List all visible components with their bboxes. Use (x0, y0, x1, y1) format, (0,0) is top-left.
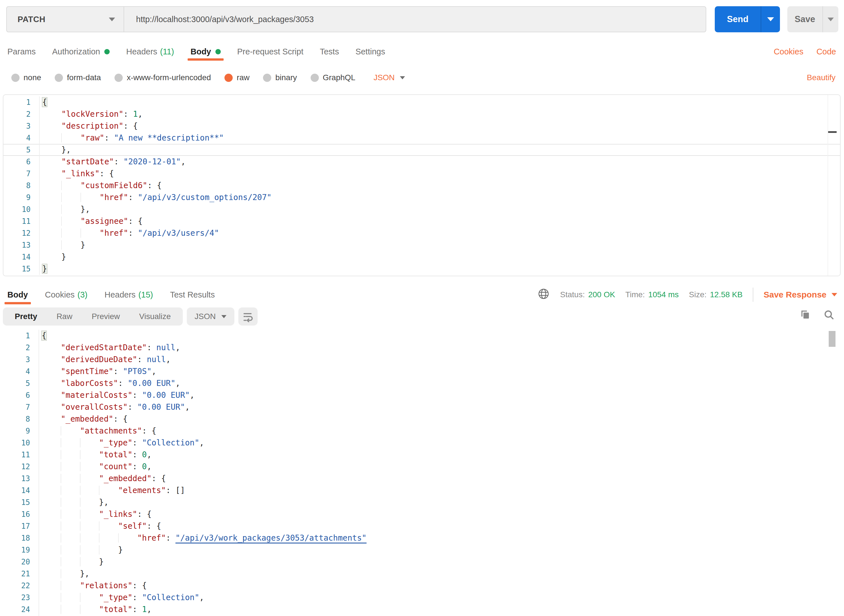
send-options-button[interactable] (761, 6, 780, 32)
beautify-link[interactable]: Beautify (807, 68, 835, 87)
fold-gutter (30, 532, 39, 544)
content-type-select[interactable]: JSON (374, 73, 405, 82)
tab-pre-request-script[interactable]: Pre-request Script (237, 43, 304, 61)
radio-graphql[interactable]: GraphQL (311, 73, 355, 82)
fold-gutter (30, 449, 39, 461)
response-language-select[interactable]: JSON (187, 307, 235, 326)
radio-icon (225, 74, 233, 82)
tab-tests[interactable]: Tests (320, 43, 339, 61)
line-number: 2 (3, 108, 31, 120)
radio-x-www-form-urlencoded[interactable]: x-www-form-urlencoded (114, 73, 211, 82)
time-badge: Time:1054 ms (625, 290, 678, 299)
divider (753, 287, 753, 302)
code-line: 15} (3, 263, 840, 275)
fold-gutter (30, 508, 39, 520)
copy-icon[interactable] (799, 309, 811, 322)
line-number: 16 (3, 508, 30, 520)
cookies-link[interactable]: Cookies (774, 47, 803, 56)
line-number: 24 (3, 604, 30, 615)
radio-icon (311, 74, 319, 82)
request-body-editor[interactable]: 1{2 "lockVersion": 1,3 "description": {4… (3, 94, 841, 276)
tab-response-cookies[interactable]: Cookies(3) (45, 285, 88, 304)
line-number: 9 (3, 425, 30, 437)
fold-gutter (31, 108, 40, 120)
radio-binary[interactable]: binary (263, 73, 297, 82)
line-number: 6 (3, 156, 31, 168)
response-body-viewer[interactable]: 1{2 "derivedStartDate": null,3 "derivedD… (3, 329, 841, 616)
view-tab-visualize[interactable]: Visualize (129, 312, 181, 321)
code-line: 9 "attachments": { (3, 425, 841, 437)
tab-settings[interactable]: Settings (355, 43, 385, 61)
code-line: 9 "href": "/api/v3/custom_options/207" (3, 192, 840, 204)
line-number: 10 (3, 437, 30, 449)
fold-gutter (30, 604, 39, 615)
url-input[interactable]: http://localhost:3000/api/v3/work_packag… (124, 7, 706, 32)
code-line: 22 "relations": { (3, 580, 841, 592)
radio-raw[interactable]: raw (225, 73, 250, 82)
globe-icon[interactable] (537, 287, 550, 302)
tab-test-results[interactable]: Test Results (170, 285, 215, 304)
fold-gutter (31, 120, 40, 132)
tab-headers[interactable]: Headers(11) (126, 43, 174, 61)
size-badge: Size:12.58 KB (689, 290, 743, 299)
fold-gutter (30, 342, 39, 353)
wrap-text-button[interactable] (238, 307, 258, 326)
save-options-button[interactable] (823, 6, 838, 32)
save-button[interactable]: Save (787, 6, 823, 32)
tab-response-body[interactable]: Body (7, 285, 28, 304)
line-number: 2 (3, 342, 30, 353)
radio-icon (114, 74, 123, 82)
method-value: PATCH (18, 15, 46, 24)
save-response-button[interactable]: Save Response (763, 290, 837, 299)
request-tabs: Params Authorization Headers(11) Body Pr… (7, 43, 385, 61)
fold-gutter (31, 168, 40, 180)
code-line: 4 "spentTime": "PT0S", (3, 365, 841, 377)
code-line: 2 "lockVersion": 1, (3, 108, 840, 120)
green-dot-icon (104, 49, 110, 54)
chevron-down-icon (109, 18, 115, 21)
code-line: 14 } (3, 251, 840, 263)
radio-none[interactable]: none (11, 73, 41, 82)
tab-params[interactable]: Params (7, 43, 36, 61)
code-line: 24 "total": 1, (3, 604, 841, 615)
code-line: 1{ (3, 330, 841, 342)
code-line: 10 }, (3, 204, 840, 216)
fold-gutter (30, 401, 39, 413)
response-code: 1{2 "derivedStartDate": null,3 "derivedD… (3, 330, 841, 616)
fold-gutter (30, 580, 39, 592)
code-line: 23 "_type": "Collection", (3, 592, 841, 604)
fold-gutter (31, 251, 40, 263)
fold-gutter (30, 556, 39, 568)
view-tab-raw[interactable]: Raw (47, 312, 82, 321)
send-button[interactable]: Send (715, 6, 761, 32)
line-number: 17 (3, 520, 30, 532)
status-badge: Status:200 OK (560, 290, 615, 299)
code-link[interactable]: Code (816, 47, 836, 56)
line-number: 19 (3, 544, 30, 556)
view-segmented-control: Pretty Raw Preview Visualize (3, 307, 183, 326)
radio-form-data[interactable]: form-data (55, 73, 101, 82)
line-number: 7 (3, 401, 30, 413)
tab-response-headers[interactable]: Headers(15) (104, 285, 153, 304)
line-number: 7 (3, 168, 31, 180)
code-line: 11 "assignee": { (3, 216, 840, 227)
fold-gutter (30, 377, 39, 389)
view-tab-pretty[interactable]: Pretty (5, 312, 47, 321)
line-number: 14 (3, 251, 31, 263)
view-tab-preview[interactable]: Preview (82, 312, 129, 321)
tab-body[interactable]: Body (191, 43, 221, 61)
fold-gutter (30, 544, 39, 556)
scrollbar-thumb[interactable] (829, 331, 835, 347)
tab-authorization[interactable]: Authorization (52, 43, 110, 61)
line-number: 20 (3, 556, 30, 568)
search-icon[interactable] (823, 309, 835, 322)
body-mode-row: none form-data x-www-form-urlencoded raw… (11, 68, 405, 87)
method-select[interactable]: PATCH (7, 7, 124, 32)
code-line: 14 "elements": [] (3, 484, 841, 496)
line-number: 8 (3, 180, 31, 192)
code-line: 6 "startDate": "2020-12-01", (3, 156, 840, 168)
line-number: 12 (3, 227, 31, 239)
fold-gutter (30, 330, 39, 342)
chevron-down-icon (767, 17, 774, 21)
response-view-toolbar: Pretty Raw Preview Visualize JSON (3, 307, 258, 326)
